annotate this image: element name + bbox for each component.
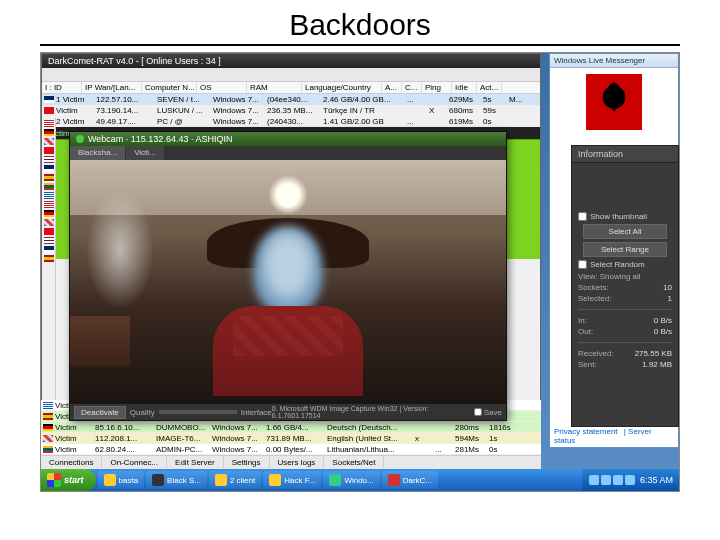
col-act[interactable]: Act...: [477, 82, 502, 93]
rat-rows-top: 1 Victim122.57.10...SEVEN / t...Windows …: [42, 94, 540, 127]
col-computer[interactable]: Computer N...: [142, 82, 197, 93]
taskbar-item[interactable]: basta: [98, 471, 145, 489]
tab-victims[interactable]: Victi...: [126, 146, 164, 160]
col-lang[interactable]: Language/Country: [302, 82, 382, 93]
col-idle[interactable]: Idle: [452, 82, 477, 93]
flag-icon: [44, 255, 54, 262]
col-ping[interactable]: Ping: [422, 82, 452, 93]
rat-toolbar[interactable]: [42, 68, 540, 82]
taskbar-item[interactable]: Black S...: [146, 471, 207, 489]
tab-connections[interactable]: Connections: [41, 457, 102, 468]
table-row[interactable]: 2 Victim49.49.17....PC / @Windows 7...(2…: [42, 116, 540, 127]
folder-icon: [215, 474, 227, 486]
folder-icon: [269, 474, 281, 486]
flag-icon: [44, 156, 54, 163]
flag-icon: [44, 107, 54, 114]
interface-value: 0. Microsoft WDM Image Capture Win32 | V…: [272, 405, 474, 419]
flag-icon: [44, 246, 54, 253]
table-row[interactable]: Victim112.208.1...IMAGE-T6...Windows 7..…: [41, 433, 541, 444]
out-stat: Out:0 B/s: [578, 327, 672, 336]
tab-sockets[interactable]: Sockets/Net: [324, 457, 384, 468]
tray-icon[interactable]: [613, 475, 623, 485]
tab-onconnect[interactable]: On-Connec...: [102, 457, 167, 468]
start-label: start: [64, 475, 84, 485]
col-os[interactable]: OS: [197, 82, 247, 93]
flag-icon: [43, 424, 53, 431]
slide-title: Backdoors: [0, 0, 720, 44]
taskbar-item[interactable]: 2 client: [209, 471, 261, 489]
deactivate-button[interactable]: Deactivate: [74, 406, 126, 419]
webcam-scene: [70, 160, 506, 406]
taskbar-item[interactable]: Windo...: [323, 471, 379, 489]
flag-icon: [44, 183, 54, 190]
messenger-avatar[interactable]: [586, 74, 642, 130]
save-checkbox[interactable]: [474, 408, 482, 416]
taskbar-item[interactable]: Hack F...: [263, 471, 321, 489]
scene-person: [213, 226, 363, 406]
system-tray[interactable]: 6:35 AM: [582, 469, 679, 491]
select-range-button[interactable]: Select Range: [583, 242, 668, 257]
app-icon: [152, 474, 164, 486]
col-a[interactable]: A...: [382, 82, 402, 93]
rat-window-title: DarkComet-RAT v4.0 - [ Online Users : 34…: [42, 54, 540, 68]
webcam-title-text: Webcam · 115.132.64.43 · ASHIQIN: [88, 134, 232, 144]
scene-lamp: [268, 175, 308, 215]
sent-stat: Sent:1.92 MB: [578, 360, 672, 369]
tab-editserver[interactable]: Edit Server: [167, 457, 224, 468]
flag-icon: [44, 237, 54, 244]
flag-icon: [44, 210, 54, 217]
taskbar-item[interactable]: DarkC...: [382, 471, 438, 489]
col-c[interactable]: C...: [402, 82, 422, 93]
country-strip: [42, 118, 56, 447]
received-stat: Received:275.55 KB: [578, 349, 672, 358]
show-thumbnail-checkbox[interactable]: Show thumbnail: [578, 212, 672, 221]
quality-label: Quality: [130, 408, 155, 417]
flag-icon: [43, 402, 53, 409]
flag-icon: [44, 219, 54, 226]
info-panel: Information Show thumbnail Select All Se…: [571, 145, 679, 427]
tab-userlogs[interactable]: Users logs: [270, 457, 325, 468]
app-icon: [388, 474, 400, 486]
tray-icon[interactable]: [601, 475, 611, 485]
scene-shoulders: [213, 306, 363, 396]
webcam-body: [70, 160, 506, 406]
select-random-checkbox[interactable]: Select Random: [578, 260, 672, 269]
webcam-tabs: Blacksha... Victi...: [70, 146, 506, 160]
col-ip[interactable]: IP Wan/[Lan...: [82, 82, 142, 93]
flag-icon: [44, 96, 54, 103]
webcam-title-bar[interactable]: Webcam · 115.132.64.43 · ASHIQIN: [70, 132, 506, 146]
tray-icon[interactable]: [625, 475, 635, 485]
tab-blackshades[interactable]: Blacksha...: [70, 146, 125, 160]
flag-icon: [44, 174, 54, 181]
col-ram[interactable]: RAM: [247, 82, 302, 93]
rat-column-headers[interactable]: I : ID IP Wan/[Lan... Computer N... OS R…: [42, 82, 540, 94]
tab-settings[interactable]: Settings: [224, 457, 270, 468]
info-panel-title: Information: [572, 146, 678, 163]
in-stat: In:0 B/s: [578, 316, 672, 325]
rat-bottom-tabs: Connections On-Connec... Edit Server Set…: [41, 455, 541, 469]
save-label: Save: [484, 408, 502, 417]
privacy-link[interactable]: Privacy statement: [554, 427, 618, 436]
webcam-icon: [76, 135, 84, 143]
quality-slider[interactable]: [159, 410, 237, 414]
selected-stat: Selected:1: [578, 294, 672, 303]
select-all-button[interactable]: Select All: [583, 224, 668, 239]
table-row[interactable]: Victim62.80.24....ADMIN-PC...Windows 7..…: [41, 444, 541, 455]
flag-icon: [44, 120, 54, 127]
webcam-controls: Deactivate Quality Interface 0. Microsof…: [70, 404, 506, 420]
flag-icon: [44, 129, 54, 136]
flag-icon: [44, 147, 54, 154]
start-button[interactable]: start: [41, 469, 96, 491]
slide-underline: [40, 44, 680, 46]
tray-icon[interactable]: [589, 475, 599, 485]
flag-icon: [44, 192, 54, 199]
table-row[interactable]: Victim85.16.6.10...DUMMOBO...Windows 7..…: [41, 422, 541, 433]
col-id[interactable]: I : ID: [42, 82, 82, 93]
taskbar: start basta Black S... 2 client Hack F..…: [41, 469, 679, 491]
webcam-window: Webcam · 115.132.64.43 · ASHIQIN Blacksh…: [69, 131, 507, 421]
table-row[interactable]: 1 Victim122.57.10...SEVEN / t...Windows …: [42, 94, 540, 105]
avatar-image: [590, 78, 638, 126]
taskbar-clock[interactable]: 6:35 AM: [640, 475, 673, 485]
table-row[interactable]: Victim73.190.14...LUSKUN / ...Windows 7.…: [42, 105, 540, 116]
flag-icon: [44, 138, 54, 145]
